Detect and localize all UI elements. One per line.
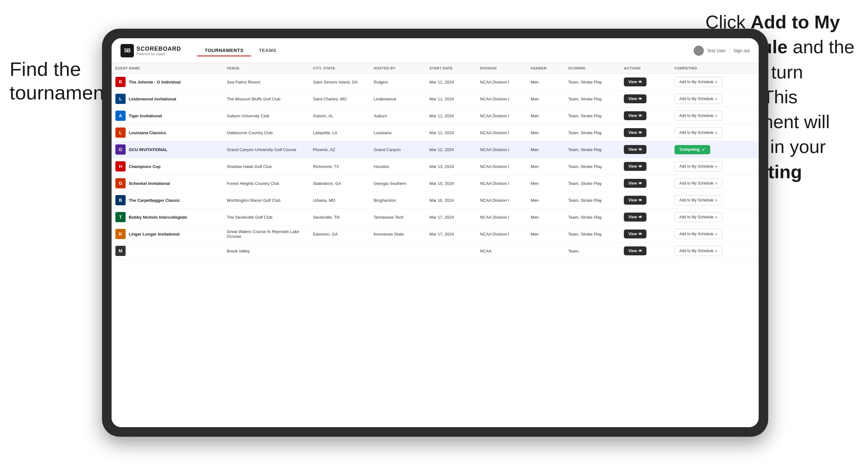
add-to-schedule-button[interactable]: Add to My Schedule + bbox=[675, 77, 722, 87]
add-to-schedule-button[interactable]: Add to My Schedule + bbox=[675, 127, 722, 138]
nav-tabs: TOURNAMENTS TEAMS bbox=[197, 45, 284, 56]
view-button[interactable]: View 👁 bbox=[624, 162, 647, 171]
table-container: EVENT NAME VENUE CITY, STATE HOSTED BY S… bbox=[112, 63, 759, 427]
add-to-schedule-button[interactable]: Add to My Schedule + bbox=[675, 111, 722, 121]
hosted-cell-9: Kennesaw State bbox=[370, 226, 426, 243]
gender-cell-8: Men bbox=[527, 209, 564, 226]
sign-out-link[interactable]: Sign out bbox=[734, 48, 750, 53]
competing-cell-1: Add to My Schedule + bbox=[671, 91, 759, 107]
scoring-cell-2: Team, Stroke Play bbox=[564, 107, 620, 124]
competing-button[interactable]: Competing ✓ bbox=[675, 145, 710, 154]
event-name-text: Louisiana Classics bbox=[129, 130, 166, 135]
actions-cell-7: View 👁 bbox=[620, 192, 671, 209]
plus-icon: + bbox=[715, 113, 717, 118]
event-name-text: Champions Cup bbox=[129, 164, 161, 169]
view-button[interactable]: View 👁 bbox=[624, 213, 647, 222]
table-header-row: EVENT NAME VENUE CITY, STATE HOSTED BY S… bbox=[112, 63, 759, 74]
eye-icon: 👁 bbox=[639, 249, 642, 253]
col-header-city: CITY, STATE bbox=[309, 63, 370, 74]
scoring-cell-5: Team, Stroke Play bbox=[564, 158, 620, 175]
add-to-schedule-button[interactable]: Add to My Schedule + bbox=[675, 178, 722, 188]
table-row: MBrook ValleyNCAATeam,View 👁Add to My Sc… bbox=[112, 243, 759, 259]
eye-icon: 👁 bbox=[639, 131, 642, 134]
city-cell-9: Eatonton, GA bbox=[309, 226, 370, 243]
plus-icon: + bbox=[715, 215, 717, 220]
view-button[interactable]: View 👁 bbox=[624, 128, 647, 137]
actions-cell-4: View 👁 bbox=[620, 141, 671, 158]
view-button[interactable]: View 👁 bbox=[624, 246, 647, 255]
event-name-text: The Johnnie - O Individual bbox=[129, 80, 181, 85]
view-button[interactable]: View 👁 bbox=[624, 196, 647, 205]
actions-cell-6: View 👁 bbox=[620, 175, 671, 192]
venue-cell-3: Oakbourne Country Club bbox=[223, 124, 309, 141]
gender-cell-9: Men bbox=[527, 226, 564, 243]
event-name-text: Bobby Nichols Intercollegiate bbox=[129, 215, 187, 220]
add-to-schedule-button[interactable]: Add to My Schedule + bbox=[675, 94, 722, 104]
eye-icon: 👁 bbox=[639, 148, 642, 151]
team-logo: G bbox=[115, 145, 126, 155]
event-name-cell-8: TBobby Nichols Intercollegiate bbox=[112, 209, 223, 226]
venue-cell-1: The Missouri Bluffs Golf Club bbox=[223, 91, 309, 107]
scoring-cell-8: Team, Stroke Play bbox=[564, 209, 620, 226]
add-to-schedule-button[interactable]: Add to My Schedule + bbox=[675, 212, 722, 222]
team-logo: A bbox=[115, 111, 126, 121]
view-button[interactable]: View 👁 bbox=[624, 179, 647, 188]
event-name-cell-9: KLinger Longer Invitational bbox=[112, 226, 223, 243]
tab-tournaments[interactable]: TOURNAMENTS bbox=[197, 45, 251, 56]
tournaments-table: EVENT NAME VENUE CITY, STATE HOSTED BY S… bbox=[112, 63, 759, 259]
add-to-schedule-button[interactable]: Add to My Schedule + bbox=[675, 161, 722, 172]
city-cell-8: Sevierville, TN bbox=[309, 209, 370, 226]
tab-teams[interactable]: TEAMS bbox=[251, 45, 284, 56]
hosted-cell-10 bbox=[370, 243, 426, 259]
city-cell-6: Statesboro, GA bbox=[309, 175, 370, 192]
hosted-cell-6: Georgia Southern bbox=[370, 175, 426, 192]
team-logo: L bbox=[115, 127, 126, 138]
start-date-cell-0: Mar 11, 2024 bbox=[426, 74, 476, 91]
view-button[interactable]: View 👁 bbox=[624, 77, 647, 86]
actions-cell-5: View 👁 bbox=[620, 158, 671, 175]
event-name-cell-5: HChampions Cup bbox=[112, 158, 223, 175]
view-button[interactable]: View 👁 bbox=[624, 111, 647, 120]
event-name-cell-0: RThe Johnnie - O Individual bbox=[112, 74, 223, 91]
actions-cell-1: View 👁 bbox=[620, 91, 671, 107]
logo-area: SB SCOREBOARD Powered by clippd bbox=[121, 44, 181, 57]
start-date-cell-1: Mar 11, 2024 bbox=[426, 91, 476, 107]
add-to-schedule-button[interactable]: Add to My Schedule + bbox=[675, 229, 722, 239]
hosted-cell-1: Lindenwood bbox=[370, 91, 426, 107]
division-cell-4: NCAA Division I bbox=[476, 141, 527, 158]
col-header-gender: GENDER bbox=[527, 63, 564, 74]
venue-cell-8: The Sevierville Golf Club bbox=[223, 209, 309, 226]
division-cell-5: NCAA Division I bbox=[476, 158, 527, 175]
col-header-division: DIVISION bbox=[476, 63, 527, 74]
scoring-cell-10: Team, bbox=[564, 243, 620, 259]
table-row: TBobby Nichols IntercollegiateThe Sevier… bbox=[112, 209, 759, 226]
user-avatar bbox=[694, 45, 704, 56]
add-to-schedule-button[interactable]: Add to My Schedule + bbox=[675, 246, 722, 256]
tablet-frame: SB SCOREBOARD Powered by clippd TOURNAME… bbox=[102, 29, 768, 437]
city-cell-7: Urbana, MD bbox=[309, 192, 370, 209]
venue-cell-9: Great Waters Course At Reynolds Lake Oco… bbox=[223, 226, 309, 243]
scoring-cell-0: Team, Stroke Play bbox=[564, 74, 620, 91]
nav-divider: | bbox=[729, 48, 730, 53]
event-name-text: GCU INVITATIONAL bbox=[129, 147, 168, 152]
hosted-cell-3: Louisiana bbox=[370, 124, 426, 141]
venue-cell-0: Sea Palms Resort bbox=[223, 74, 309, 91]
add-to-schedule-button[interactable]: Add to My Schedule + bbox=[675, 195, 722, 205]
table-row: LLouisiana ClassicsOakbourne Country Clu… bbox=[112, 124, 759, 141]
eye-icon: 👁 bbox=[639, 198, 642, 202]
event-name-cell-6: GSchenkel Invitational bbox=[112, 175, 223, 192]
competing-cell-3: Add to My Schedule + bbox=[671, 124, 759, 141]
gender-cell-6: Men bbox=[527, 175, 564, 192]
view-button[interactable]: View 👁 bbox=[624, 229, 647, 239]
view-button[interactable]: View 👁 bbox=[624, 145, 647, 154]
event-name-cell-2: ATiger Invitational bbox=[112, 107, 223, 124]
hosted-cell-8: Tennessee Tech bbox=[370, 209, 426, 226]
eye-icon: 👁 bbox=[639, 215, 642, 219]
event-name-cell-10: M bbox=[112, 243, 223, 259]
view-button[interactable]: View 👁 bbox=[624, 94, 647, 103]
table-body: RThe Johnnie - O IndividualSea Palms Res… bbox=[112, 74, 759, 259]
check-icon: ✓ bbox=[702, 147, 705, 152]
division-cell-0: NCAA Division I bbox=[476, 74, 527, 91]
hosted-cell-2: Auburn bbox=[370, 107, 426, 124]
city-cell-2: Auburn, AL bbox=[309, 107, 370, 124]
